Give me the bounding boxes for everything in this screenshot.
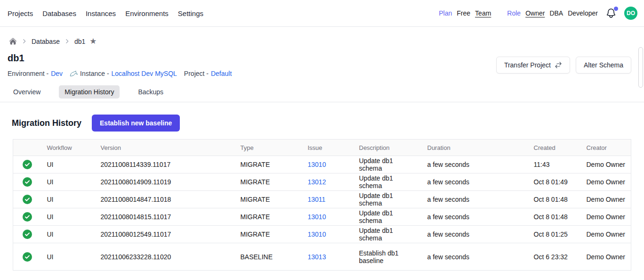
tab-divider: [0, 102, 644, 102]
instance-link[interactable]: Localhost Dev MySQL: [112, 70, 177, 77]
project-label: Project -: [184, 70, 209, 77]
cell-description: Update db1 schema: [354, 191, 422, 208]
page-actions: Transfer Project Alter Schema: [496, 57, 631, 74]
col-type: Type: [235, 140, 302, 156]
cell-description: Establish db1 baseline: [354, 243, 422, 271]
table-row[interactable]: UI 20211008012549.11017 MIGRATE 13010 Up…: [13, 226, 631, 243]
success-check-icon: [23, 160, 32, 169]
cell-creator: Demo Owner: [581, 173, 631, 191]
nav-item-projects[interactable]: Projects: [8, 9, 33, 17]
issue-link[interactable]: 13013: [308, 253, 326, 261]
establish-baseline-button[interactable]: Establish new baseline: [92, 115, 180, 132]
issue-link[interactable]: 13010: [308, 161, 326, 168]
cell-version: 20211008114339.11017: [95, 156, 235, 173]
table-header-row: Workflow Version Type Issue Description …: [13, 140, 631, 156]
col-created: Created: [528, 140, 581, 156]
nav-item-environments[interactable]: Environments: [125, 9, 169, 17]
issue-link[interactable]: 13010: [308, 213, 326, 221]
role-dba[interactable]: DBA: [549, 9, 563, 17]
cell-version: 20211008014909.11019: [95, 173, 235, 191]
instance-label: Instance -: [80, 70, 109, 77]
tab-overview[interactable]: Overview: [8, 85, 46, 99]
plan-team[interactable]: Team: [475, 9, 491, 17]
favorite-star-icon[interactable]: ★: [89, 38, 97, 45]
nav-right: Plan Free Team Role Owner DBA Developer …: [439, 7, 637, 20]
notification-bell-icon[interactable]: [605, 8, 617, 19]
cell-duration: a few seconds: [422, 226, 528, 243]
table-row[interactable]: UI 20211006233228.11020 BASELINE 13013 E…: [13, 243, 631, 271]
success-check-icon: [23, 252, 32, 262]
mysql-dolphin-icon: [70, 70, 78, 77]
role-developer[interactable]: Developer: [568, 9, 598, 17]
chevron-right-icon: [21, 38, 27, 44]
section-title: Migration History: [12, 118, 81, 128]
breadcrumb-db1[interactable]: db1: [74, 38, 85, 45]
cell-workflow: UI: [41, 243, 95, 271]
cell-type: BASELINE: [235, 243, 302, 271]
plan-free[interactable]: Free: [457, 9, 470, 17]
role-owner[interactable]: Owner: [525, 9, 545, 17]
migration-history-table: Workflow Version Type Issue Description …: [13, 139, 631, 271]
alter-schema-label: Alter Schema: [584, 61, 623, 69]
cell-version: 20211008014815.11017: [95, 208, 235, 226]
cell-creator: Demo Owner: [581, 191, 631, 208]
project-link[interactable]: Default: [211, 70, 232, 77]
transfer-project-button[interactable]: Transfer Project: [496, 57, 570, 74]
col-issue: Issue: [302, 140, 354, 156]
col-description: Description: [354, 140, 422, 156]
cell-duration: a few seconds: [422, 173, 528, 191]
cell-workflow: UI: [41, 226, 95, 243]
table-row[interactable]: UI 20211008014847.11018 MIGRATE 13011 Up…: [13, 191, 631, 208]
cell-type: MIGRATE: [235, 173, 302, 191]
cell-creator: Demo Owner: [581, 208, 631, 226]
alter-schema-button[interactable]: Alter Schema: [576, 57, 631, 74]
cell-workflow: UI: [41, 208, 95, 226]
nav-item-instances[interactable]: Instances: [86, 9, 116, 17]
database-meta: Environment - Dev Instance - Localhost D…: [8, 70, 232, 77]
cell-created: Oct 8 01:25: [528, 226, 581, 243]
cell-created: Oct 8 01:49: [528, 173, 581, 191]
success-check-icon: [23, 230, 32, 239]
table-row[interactable]: UI 20211008014815.11017 MIGRATE 13010 Up…: [13, 208, 631, 226]
top-nav: Projects Databases Instances Environment…: [0, 0, 644, 27]
cell-creator: Demo Owner: [581, 243, 631, 271]
col-version: Version: [95, 140, 235, 156]
transfer-project-label: Transfer Project: [504, 61, 551, 69]
col-status: [13, 140, 41, 156]
tab-backups[interactable]: Backups: [132, 85, 169, 99]
cell-description: Update db1 schema: [354, 156, 422, 173]
scrollbar-thumb[interactable]: [638, 47, 643, 88]
cell-description: Update db1 schema: [354, 208, 422, 226]
environment-link[interactable]: Dev: [51, 70, 63, 77]
cell-creator: Demo Owner: [581, 226, 631, 243]
cell-description: Update db1 schema: [354, 226, 422, 243]
cell-type: MIGRATE: [235, 191, 302, 208]
col-creator: Creator: [581, 140, 631, 156]
cell-duration: a few seconds: [422, 156, 528, 173]
project-meta: Project - Default: [184, 70, 232, 77]
issue-link[interactable]: 13012: [308, 178, 326, 186]
cell-version: 20211008012549.11017: [95, 226, 235, 243]
success-check-icon: [23, 212, 32, 222]
title-block: db1 Environment - Dev Instance - Localho…: [8, 53, 232, 77]
cell-created: Oct 8 01:48: [528, 208, 581, 226]
home-icon[interactable]: [9, 37, 17, 45]
cell-type: MIGRATE: [235, 208, 302, 226]
cell-creator: Demo Owner: [581, 156, 631, 173]
issue-link[interactable]: 13011: [308, 196, 326, 203]
instance-meta: Instance - Localhost Dev MySQL: [70, 70, 177, 77]
cell-duration: a few seconds: [422, 208, 528, 226]
avatar[interactable]: DO: [624, 7, 637, 20]
issue-link[interactable]: 13010: [308, 231, 326, 238]
tab-migration-history[interactable]: Migration History: [59, 85, 120, 99]
nav-item-databases[interactable]: Databases: [42, 9, 76, 17]
breadcrumb-database[interactable]: Database: [32, 38, 60, 45]
page-title: db1: [8, 53, 232, 64]
cell-created: Oct 6 23:32: [528, 243, 581, 271]
table-row[interactable]: UI 20211008114339.11017 MIGRATE 13010 Up…: [13, 156, 631, 173]
main-nav: Projects Databases Instances Environment…: [8, 9, 203, 17]
cell-workflow: UI: [41, 191, 95, 208]
swap-arrows-icon: [555, 61, 562, 69]
nav-item-settings[interactable]: Settings: [178, 9, 203, 17]
table-row[interactable]: UI 20211008014909.11019 MIGRATE 13012 Up…: [13, 173, 631, 191]
